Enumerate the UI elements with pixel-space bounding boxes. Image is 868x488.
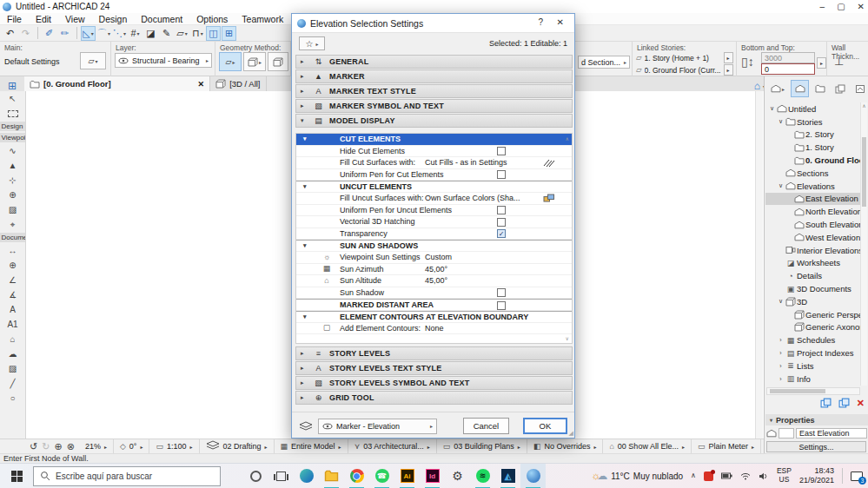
snap-points-button[interactable]: ⋱▾ [112, 26, 127, 41]
tab-view-map[interactable] [811, 80, 829, 97]
undo-button[interactable]: ↶ [3, 26, 17, 41]
section-selector[interactable]: d Section... ▸ [578, 56, 630, 69]
cutaway-button[interactable]: ◫ [206, 26, 221, 41]
layer-combination-selector[interactable]: 02 Drafting▸ [200, 439, 275, 454]
collapse-icon[interactable]: ∨ [777, 298, 785, 305]
taskbar-app-spotify[interactable]: ≋ [470, 464, 495, 488]
linked-story-top-button[interactable]: ▸ [724, 52, 733, 63]
setting-row[interactable]: ▾SUN AND SHADOWS [296, 240, 572, 252]
taskbar-app-edge[interactable] [294, 464, 319, 488]
section-story-levels[interactable]: ▸≡STORY LEVELS [295, 346, 573, 360]
taskbar-app-cortana[interactable] [243, 464, 268, 488]
maximize-button[interactable]: ▢ [837, 2, 845, 11]
row-value[interactable]: 45,00° [425, 264, 447, 275]
radial-dimension-tool-button[interactable]: ⊕ [3, 258, 23, 273]
geometry-box-button[interactable] [268, 52, 288, 71]
elevation-tool-button[interactable]: ▲ [3, 158, 23, 173]
expander-icon[interactable]: ▾ [303, 134, 307, 145]
bottom-offset-field[interactable]: 0 [761, 63, 815, 75]
geometry-simple-button[interactable]: ▱▸ [219, 52, 242, 71]
tab-1[interactable]: [3D / All] [210, 76, 266, 91]
setting-row[interactable]: ▾CUT ELEMENTS [296, 134, 572, 146]
bottom-top-options-button[interactable]: ▸ [817, 57, 826, 69]
tree-item[interactable]: North Elevation (Auto... [765, 205, 862, 218]
setting-row[interactable]: Transparency✓ [296, 228, 572, 241]
start-button[interactable] [0, 464, 33, 488]
menu-item-file[interactable]: File [0, 13, 29, 25]
lock-button[interactable]: ⊓▾ [190, 26, 205, 41]
setting-row[interactable]: Fill Uncut Surfaces with:Own Surface Col… [296, 193, 572, 205]
action-center-icon[interactable]: 3 [851, 472, 863, 481]
pan-forward-button[interactable]: ↻ [42, 441, 50, 452]
row-value[interactable]: Own Surface Colors (Sha... [425, 193, 520, 204]
tree-item[interactable]: Sections [765, 167, 862, 180]
taskbar-app-whatsapp[interactable]: ☎ [369, 464, 394, 488]
tree-item[interactable]: Generic Perspective [765, 308, 862, 321]
checkbox-unchecked[interactable] [497, 147, 506, 155]
hatch-icon[interactable] [543, 157, 555, 168]
section-marker-symbol-and-text[interactable]: ▸▧MARKER SYMBOL AND TEXT [295, 99, 573, 113]
worksheet-tool-button[interactable]: ▨ [3, 202, 23, 217]
top-offset-field[interactable]: 3000 [761, 52, 815, 63]
tab-layout-book[interactable] [831, 80, 849, 97]
detail-tool-button[interactable]: ⊕ [3, 188, 23, 202]
section-tool-button[interactable]: ∿ [3, 143, 23, 158]
renovation-filter-selector[interactable]: ⌂00 Show All Ele...▸ [603, 439, 692, 454]
tree-item[interactable]: ∨Elevations [765, 180, 862, 193]
checkbox-unchecked[interactable] [497, 170, 506, 179]
tree-item[interactable]: ▣3D Documents [765, 282, 862, 295]
tab-close-icon[interactable]: ✕ [198, 80, 205, 89]
section-story-levels-symbol-and-text[interactable]: ▸▧STORY LEVELS SYMBOL AND TEXT [295, 376, 573, 390]
taskbar-app-archicad[interactable] [520, 464, 546, 488]
section-marker-text-style[interactable]: ▸AMARKER TEXT STYLE [295, 84, 573, 98]
menu-item-view[interactable]: View [58, 13, 92, 25]
menu-item-document[interactable]: Document [134, 13, 189, 25]
tab-0[interactable]: [0. Ground Floor]✕ [24, 76, 210, 91]
grid-snap-button[interactable]: #▾ [128, 26, 142, 41]
geometry-chained-button[interactable]: ▸ [243, 52, 266, 71]
dimension-style-selector[interactable]: ▭Plain Meter▸ [692, 439, 761, 454]
expand-icon[interactable]: › [777, 363, 785, 369]
zoom-in-button[interactable]: ⊕ [54, 441, 62, 452]
menu-item-edit[interactable]: Edit [29, 13, 58, 25]
section-story-levels-text-style[interactable]: ▸ASTORY LEVELS TEXT STYLE [295, 361, 573, 375]
checkbox-checked[interactable]: ✓ [497, 229, 506, 238]
weather-widget[interactable]: ☼☁ 11°C Muy nublado [591, 471, 683, 481]
dialog-title-bar[interactable]: Elevation Selection Settings [292, 14, 574, 33]
default-settings-button[interactable]: ▱▾ [80, 52, 106, 69]
orientation-selector[interactable]: ◇0°▸ [114, 439, 150, 454]
cloud-tool-button[interactable]: ☁ [3, 346, 23, 361]
line-tool-button[interactable]: ╱ [3, 376, 23, 391]
tree-item[interactable]: ›▤Project Indexes [765, 346, 862, 359]
tree-item[interactable]: Generic Axonometry [765, 321, 862, 334]
expand-icon[interactable]: › [777, 350, 785, 356]
setting-row[interactable]: Vectorial 3D Hatching [296, 216, 572, 228]
row-value[interactable]: Custom [425, 252, 452, 263]
tab-project-map[interactable] [791, 80, 809, 97]
expand-icon[interactable]: › [777, 337, 785, 343]
layer-combo[interactable]: Marker - Elevation ▸ [318, 419, 437, 434]
tree-item[interactable]: ∨Stories [765, 115, 862, 129]
setting-row[interactable]: Hide Cut Elements [296, 146, 572, 158]
view-switcher-button[interactable]: ⊞ [0, 81, 24, 91]
zone-tool-button[interactable]: ⌂ [3, 332, 23, 346]
minimize-button[interactable]: – [820, 2, 825, 11]
angle-dimension-tool-button[interactable]: ∡ [3, 287, 23, 302]
layer-selector[interactable]: Structural - Bearing ▸ [115, 53, 212, 68]
section-marker[interactable]: ▸▲MARKER [295, 69, 573, 83]
trace-reference-button[interactable]: ▱▾ [175, 26, 189, 41]
tree-item[interactable]: West Elevation (Auto-... [765, 231, 862, 244]
pen-set-selector[interactable]: ⋎03 Architectural...▸ [348, 439, 437, 454]
resize-grip[interactable]: ◢ [569, 430, 573, 437]
dialog-close-button[interactable]: ✕ [557, 17, 564, 27]
taskbar-search-box[interactable]: Escribe aquí para buscar [33, 466, 221, 486]
label-tool-button[interactable]: A1 [3, 317, 23, 332]
expander-icon[interactable]: ▾ [303, 181, 307, 192]
fill-tool-button[interactable]: ▨ [3, 361, 23, 376]
project-chooser-button[interactable]: ▸ [766, 80, 789, 97]
notification-app-icon[interactable] [704, 472, 713, 481]
delete-icon[interactable]: ✕ [857, 399, 865, 408]
setting-row[interactable]: Uniform Pen for Uncut Elements [296, 205, 572, 217]
checkbox-unchecked[interactable] [497, 288, 506, 297]
taskbar-app-file-explorer[interactable] [319, 464, 344, 488]
